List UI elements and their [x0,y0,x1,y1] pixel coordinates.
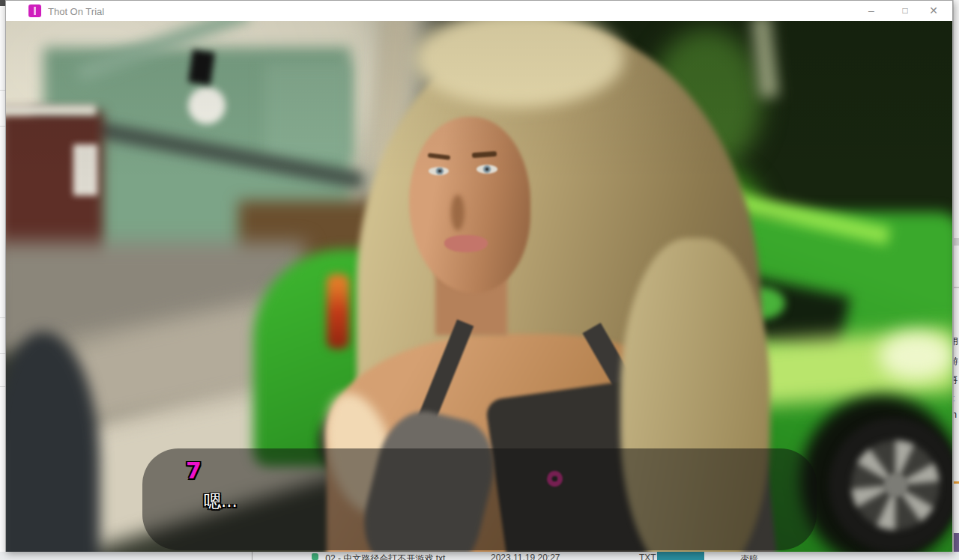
title-bar[interactable]: Thot On Trial – □ ✕ [6,1,952,21]
list-row-divider [0,353,5,354]
background-window-left-strip [0,0,5,560]
clipped-text-fragment: 用 [953,337,959,347]
game-app-icon [28,4,41,17]
dialogue-text: 嗯... [204,490,238,513]
game-scene[interactable]: 7 嗯... [6,21,952,552]
list-row-divider [0,386,5,387]
text-file-icon [312,553,318,560]
selection-highlight [657,552,704,560]
action-label: 变暗 [740,553,758,560]
minimize-button[interactable]: – [856,1,886,21]
clipped-text-fragment: 再 [953,375,959,385]
list-row-divider [0,126,5,127]
close-button[interactable]: ✕ [919,1,949,21]
file-modified-date: 2023.11.19 20:27 [491,553,560,560]
clipped-text-fragment: .t [953,394,959,404]
clipped-text-fragment: m [953,410,959,420]
speaker-name: 7 [186,457,202,484]
maximize-button[interactable]: □ [890,1,920,21]
file-type: TXT [639,553,656,560]
dialogue-box[interactable] [142,448,817,550]
window-title: Thot On Trial [48,6,104,17]
file-name[interactable]: .02 - 中文路径会打不开游戏.txt [323,553,445,560]
list-row-divider [0,90,5,91]
background-window-right-strip: 用 游 再 .t m [953,0,959,560]
divider-fragment [954,287,959,288]
scrollbar-fragment [954,238,959,246]
list-row-divider [0,317,5,318]
column-divider [252,552,252,560]
game-window: Thot On Trial – □ ✕ [5,0,953,552]
background-explorer-row: .02 - 中文路径会打不开游戏.txt 2023.11.19 20:27 TX… [0,552,959,560]
highlight-marker [954,481,959,484]
clipped-text-fragment: 游 [953,356,959,366]
